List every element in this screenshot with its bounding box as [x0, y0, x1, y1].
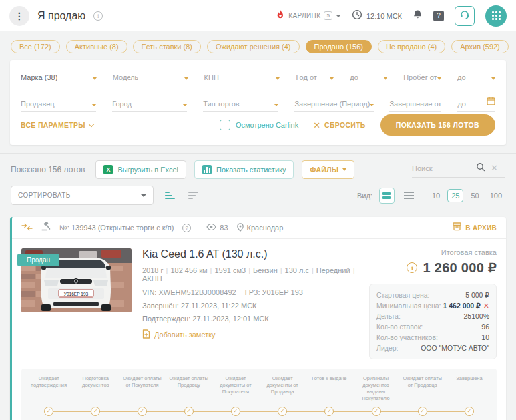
card-view-icon[interactable]: [379, 188, 395, 204]
to-archive-button[interactable]: В АРХИВ: [453, 222, 497, 234]
help-circle-icon[interactable]: ?: [182, 224, 191, 232]
filter-finish-from[interactable]: Завершение от: [389, 95, 441, 112]
page-size-50[interactable]: 50: [467, 190, 482, 202]
check-circle-icon: ✓: [138, 407, 147, 416]
filter-mileage-to[interactable]: до: [457, 68, 495, 85]
notifications-button[interactable]: [413, 9, 423, 22]
kebab-menu-icon[interactable]: ⋮: [9, 6, 29, 26]
chevron-down-icon: [92, 104, 96, 106]
help-button[interactable]: ?: [433, 11, 444, 21]
finished-date: Завершён: 27.11.2023, 11:22 МСК: [142, 302, 358, 310]
page-size-10[interactable]: 10: [429, 190, 443, 202]
stat-bids-count: Кол-во ставок:96: [376, 321, 489, 332]
timeline-step-label: Ожидает оплаты от Покупателя: [119, 375, 165, 403]
search-input[interactable]: [412, 164, 471, 172]
sort-row: СОРТИРОВАТЬ Вид: 10 25 50 100: [0, 179, 516, 212]
apps-menu-button[interactable]: [485, 5, 507, 27]
add-note-button[interactable]: Добавить заметку: [142, 329, 358, 340]
filter-auction-type[interactable]: Тип торгов: [203, 95, 278, 112]
car-specs: 2018 г|182 456 км|1591 см3|Бензин|130 л.…: [142, 266, 358, 282]
license-plate-text: У016ЕР 193: [64, 292, 89, 296]
timeline-step-label: Завершена: [446, 375, 493, 403]
confirmed-date: Подтвержден: 27.11.2023, 12:01 МСК: [142, 315, 358, 323]
timeline-step-label: Ожидает подтверждения: [25, 375, 72, 403]
filter-finish-to[interactable]: до: [457, 95, 495, 112]
deal-timeline: Ожидает подтверждения Подготовка докумен…: [21, 369, 497, 420]
page-title: Я продаю: [37, 10, 85, 22]
lot-stats-box: Стартовая цена:5 000 ₽ Минимальная цена:…: [369, 284, 497, 359]
server-time: 12:10 МСК: [352, 9, 402, 23]
chevron-down-icon: [330, 77, 334, 80]
sort-ascending-icon[interactable]: [163, 190, 177, 200]
chevron-down-icon: [184, 77, 188, 80]
final-bid-value: 1 260 000 ₽: [423, 260, 497, 276]
sold-status-badge: Продан: [17, 254, 59, 266]
check-circle-icon: ✓: [418, 407, 427, 416]
filter-city[interactable]: Город: [112, 95, 187, 112]
car-title[interactable]: Kia Ceed 1.6 AT (130 л.с.): [142, 248, 358, 260]
files-dropdown-button[interactable]: ФАЙЛЫ: [302, 160, 354, 179]
filter-finish-period[interactable]: Завершение (Период): [294, 95, 374, 112]
chevron-down-icon: [336, 15, 341, 17]
status-tabs: Все (172) Активные (8) Есть ставки (8) О…: [0, 31, 516, 60]
location-pin-icon: [237, 223, 244, 233]
chevron-down-icon: [370, 104, 374, 106]
eye-icon: [206, 224, 216, 232]
tab-has-bids[interactable]: Есть ставки (8): [133, 40, 201, 53]
show-statistics-button[interactable]: Показать статистику: [194, 160, 294, 179]
stat-leader: Лидер:ООО "МОТУС АВТО": [376, 343, 489, 353]
calendar-icon: [487, 96, 495, 108]
swap-arrows-icon: [21, 222, 33, 234]
filter-seller[interactable]: Продавец: [21, 95, 96, 112]
search-box: ✕: [412, 162, 505, 178]
checkbox-icon: [220, 120, 230, 130]
export-excel-button[interactable]: X Выгрузить в Excel: [95, 160, 186, 179]
flame-icon: [276, 9, 285, 22]
check-circle-icon: ✓: [44, 407, 53, 416]
app-header: ⋮ Я продаю i КАРЛИНК 5 12:10 МСК ?: [0, 0, 516, 31]
tab-not-sold[interactable]: Не продано (4): [378, 40, 445, 53]
info-icon[interactable]: i: [93, 11, 103, 21]
chevron-down-icon: [89, 121, 94, 126]
filter-year-to[interactable]: до: [350, 68, 387, 85]
tab-awaiting-decision[interactable]: Ожидают решения (4): [207, 40, 300, 53]
show-lots-button[interactable]: ПОКАЗАТЬ 156 ЛОТОВ: [380, 114, 495, 136]
remove-min-price-icon[interactable]: ✕: [483, 302, 489, 310]
inspected-carlink-checkbox[interactable]: Осмотрено Carlink: [220, 120, 298, 130]
filter-panel: Марка (38) Модель КПП Год от до Пробег о…: [10, 60, 506, 145]
brand-switcher[interactable]: КАРЛИНК 5: [276, 9, 341, 22]
lot-card-header: №: 139943 (Открытые торги с к/п) ? 83 Кр…: [12, 217, 506, 239]
archive-icon: [453, 222, 461, 234]
check-circle-icon: ✓: [324, 407, 334, 416]
filter-model[interactable]: Модель: [113, 68, 188, 85]
search-icon[interactable]: [476, 162, 485, 174]
filter-brand[interactable]: Марка (38): [21, 68, 97, 85]
tab-archive[interactable]: Архив (592): [451, 40, 509, 53]
info-gold-icon[interactable]: i: [407, 262, 417, 273]
page-size-25[interactable]: 25: [447, 189, 463, 202]
filter-gearbox[interactable]: КПП: [204, 68, 280, 85]
tab-all[interactable]: Все (172): [11, 40, 60, 53]
list-view-icon[interactable]: [401, 189, 417, 202]
view-label: Вид:: [357, 192, 372, 200]
clear-search-icon[interactable]: ✕: [491, 163, 498, 173]
sort-dropdown[interactable]: СОРТИРОВАТЬ: [11, 186, 154, 205]
grz-value: ГРЗ: У016ЕР 193: [245, 288, 303, 296]
page-size-selector: 10 25 50 100: [429, 189, 505, 202]
chevron-down-icon: [342, 168, 346, 171]
reset-filters-button[interactable]: ✕ СБРОСИТЬ: [313, 120, 366, 130]
support-button[interactable]: [455, 6, 475, 26]
all-params-toggle[interactable]: ВСЕ ПАРАМЕТРЫ: [21, 121, 93, 129]
tab-sold[interactable]: Продано (156): [306, 40, 372, 53]
stat-start-price: Стартовая цена:5 000 ₽: [376, 290, 489, 300]
brand-badge: 5: [324, 11, 332, 20]
tab-active[interactable]: Активные (8): [66, 40, 127, 53]
shown-count: Показано 156 лотов: [11, 165, 85, 174]
sort-descending-icon[interactable]: [186, 190, 200, 200]
filter-mileage-from[interactable]: Пробег от: [403, 68, 441, 85]
car-photo[interactable]: У016ЕР 193 Продан: [21, 248, 132, 312]
final-bid-label: Итоговая ставка: [369, 248, 497, 256]
filter-year-from[interactable]: Год от: [296, 68, 334, 85]
page-size-100[interactable]: 100: [487, 190, 505, 202]
check-circle-icon: ✓: [278, 407, 287, 416]
